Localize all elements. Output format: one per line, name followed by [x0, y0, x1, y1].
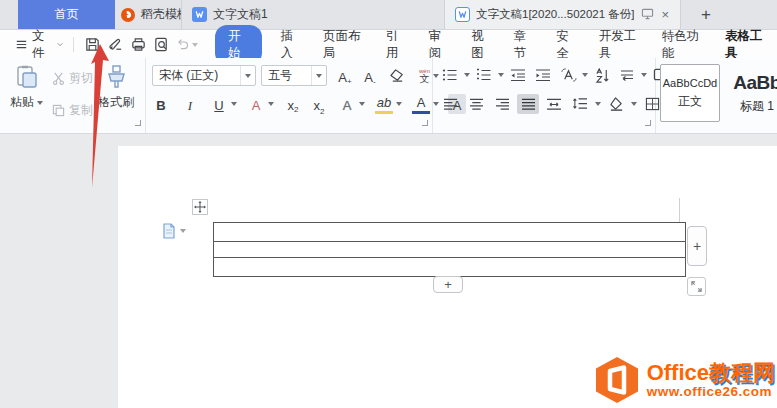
align-right-button[interactable]: [491, 94, 513, 114]
character-effect-button[interactable]: A: [338, 94, 356, 114]
format-painter-icon: [104, 64, 128, 90]
add-row-button[interactable]: +: [433, 276, 463, 293]
eraser-icon: [389, 68, 406, 83]
menu-tab-developer[interactable]: 开发工具: [588, 28, 651, 62]
line-spacing-button[interactable]: [569, 94, 591, 114]
chevron-down-icon: [240, 66, 255, 85]
hamburger-icon: [16, 39, 27, 50]
bullets-button[interactable]: [439, 65, 461, 85]
tab-home[interactable]: 首页: [18, 0, 115, 29]
format-painter-label: 格式刷: [98, 94, 134, 111]
menu-tab-view[interactable]: 视图: [460, 28, 503, 62]
print-button[interactable]: [130, 35, 148, 55]
grow-font-glyph: A: [338, 69, 347, 86]
dropdown-arrow-icon: [192, 43, 198, 47]
menu-tab-page-layout[interactable]: 页面布局: [312, 28, 375, 62]
file-menu-label: 文件: [32, 28, 52, 62]
underline-button[interactable]: U: [210, 94, 228, 114]
decrease-indent-button[interactable]: [507, 65, 529, 85]
shrink-font-button[interactable]: A-: [361, 66, 379, 86]
table-row[interactable]: [214, 242, 685, 258]
menu-tab-special-features[interactable]: 特色功能: [651, 28, 714, 62]
text-direction-button[interactable]: [557, 65, 579, 85]
page-options-marker[interactable]: [162, 223, 186, 239]
font-size-select[interactable]: 五号: [261, 65, 327, 86]
document-table[interactable]: [213, 222, 686, 277]
font-family-select[interactable]: 宋体 (正文): [152, 65, 256, 86]
font-dialog-launcher[interactable]: [422, 120, 428, 126]
subscript-sign: 2: [320, 110, 324, 114]
tab-label: 稻壳模板: [141, 6, 181, 23]
shading-icon: [608, 97, 625, 112]
show-marks-icon: [619, 68, 635, 82]
menu-tab-references[interactable]: 引用: [375, 28, 418, 62]
office-logo-icon: [593, 356, 641, 404]
wps-writer-window: 首页 稻壳模板 文字文稿1 文字文稿1[2020...502021 备份] × …: [0, 0, 777, 408]
table-resize-handle[interactable]: [687, 277, 706, 296]
copy-icon: [52, 104, 65, 117]
grow-font-button[interactable]: A+: [336, 66, 354, 86]
superscript-button[interactable]: x2: [284, 94, 302, 114]
add-column-button[interactable]: +: [687, 226, 707, 266]
tab-label: 文字文稿1: [213, 6, 268, 23]
tab-document-1[interactable]: 文字文稿1: [181, 0, 444, 29]
docer-logo-icon: [121, 8, 135, 22]
highlight-color-button[interactable]: ab: [375, 94, 393, 114]
bold-button[interactable]: B: [152, 94, 170, 114]
paste-button[interactable]: 粘贴: [10, 64, 43, 111]
undo-button[interactable]: [176, 35, 198, 55]
shading-button[interactable]: [605, 94, 627, 114]
close-icon[interactable]: ×: [662, 7, 670, 22]
distribute-icon: [546, 98, 562, 111]
copy-label: 复制: [69, 102, 93, 119]
cut-label: 剪切: [69, 70, 93, 87]
justify-button[interactable]: [517, 94, 539, 114]
menu-tab-security[interactable]: 安全: [545, 28, 588, 62]
file-menu-button[interactable]: 文件: [16, 28, 63, 62]
clear-formatting-button[interactable]: [386, 66, 408, 86]
style-normal[interactable]: AaBbCcDd 正文: [660, 64, 720, 122]
style-heading-1[interactable]: AaBb 标题 1: [722, 64, 777, 122]
table-move-handle[interactable]: [192, 199, 208, 215]
tab-docer-templates[interactable]: 稻壳模板: [115, 0, 181, 29]
increase-indent-button[interactable]: [532, 65, 554, 85]
menu-tab-insert[interactable]: 插入: [270, 28, 313, 62]
menu-tab-table-tools[interactable]: 表格工具: [714, 28, 777, 62]
font-effects-button[interactable]: A: [247, 94, 265, 114]
align-left-button[interactable]: [439, 94, 461, 114]
plus-sign: +: [347, 78, 352, 86]
sort-button[interactable]: [591, 65, 613, 85]
format-painter-button[interactable]: 格式刷: [98, 64, 134, 111]
numbering-button[interactable]: [473, 65, 495, 85]
print-preview-button[interactable]: [153, 35, 171, 55]
menu-tab-section[interactable]: 章节: [503, 28, 546, 62]
wps-writer-logo-icon: [455, 7, 470, 22]
tab-document-backup[interactable]: 文字文稿1[2020...502021 备份] ×: [444, 0, 681, 29]
show-marks-button[interactable]: [616, 65, 638, 85]
align-center-button[interactable]: [465, 94, 487, 114]
pinyin-base-label: 文: [419, 74, 429, 84]
new-tab-button[interactable]: +: [693, 0, 719, 29]
paragraph-dialog-launcher[interactable]: [645, 120, 651, 126]
font-family-value: 宋体 (正文): [153, 67, 240, 84]
table-row[interactable]: [214, 223, 685, 242]
save-button[interactable]: [84, 35, 102, 55]
dropdown-arrow-icon: [180, 229, 186, 233]
watermark-url: www.office26.com: [647, 384, 775, 399]
italic-button[interactable]: I: [181, 94, 199, 114]
clipboard-dialog-launcher[interactable]: [135, 120, 141, 126]
watermark-brand-en: Office: [647, 360, 709, 385]
dropdown-arrow-icon: [464, 73, 470, 77]
table-row[interactable]: [214, 258, 685, 275]
cut-button[interactable]: 剪切: [52, 70, 93, 87]
decrease-indent-icon: [510, 68, 526, 82]
font-color-button[interactable]: A: [412, 94, 430, 114]
distribute-button[interactable]: [543, 94, 565, 114]
export-pdf-button[interactable]: [107, 35, 125, 55]
subscript-button[interactable]: x2: [310, 94, 328, 114]
site-watermark: Office教程网 www.office26.com: [593, 356, 775, 404]
copy-button[interactable]: 复制: [52, 102, 93, 119]
dropdown-arrow-icon: [37, 101, 43, 105]
menu-tab-review[interactable]: 审阅: [418, 28, 461, 62]
chevron-down-icon: [311, 66, 326, 85]
